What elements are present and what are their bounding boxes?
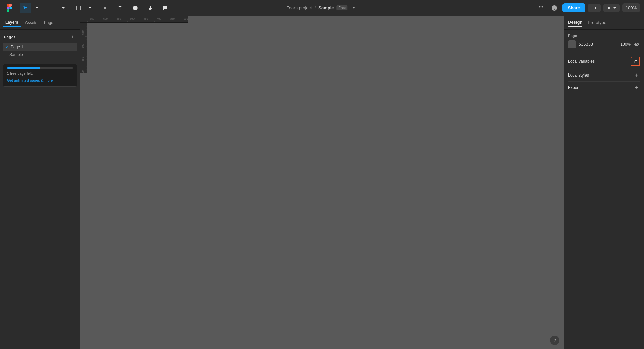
page-check-icon: ✓ xyxy=(5,45,9,49)
toolbar: T Team proje xyxy=(0,0,644,16)
page-color-value[interactable]: 535353 xyxy=(579,42,614,47)
right-panel-body: Page 535353 100% Local variables xyxy=(564,30,644,98)
export-row: Export + xyxy=(568,81,640,94)
local-styles-row: Local styles + xyxy=(568,69,640,81)
svg-text:-300: -300 xyxy=(183,17,188,20)
right-panel-tabs: Design Prototype xyxy=(564,16,644,30)
tab-layers[interactable]: Layers xyxy=(3,19,21,27)
svg-text:-550: -550 xyxy=(116,17,121,20)
file-dropdown-btn[interactable]: ▾ xyxy=(351,5,357,11)
page-color-row: 535353 100% xyxy=(568,40,640,48)
pages-header: Pages + xyxy=(3,32,77,43)
layer-item-label-sample: Sample xyxy=(9,52,23,57)
svg-text:-500: -500 xyxy=(81,70,84,73)
shape-tool-dropdown[interactable] xyxy=(85,3,95,13)
svg-text:-350: -350 xyxy=(169,17,175,20)
help-toolbar-btn[interactable] xyxy=(549,3,560,13)
add-local-style-btn[interactable]: + xyxy=(633,72,640,79)
ruler-corner xyxy=(80,16,87,23)
page-item-label-page1: Page 1 xyxy=(11,45,23,49)
component-tool-btn[interactable] xyxy=(130,3,141,13)
shape-tool-btn[interactable] xyxy=(73,3,84,13)
frame-tool-dropdown[interactable] xyxy=(58,3,69,13)
frame-tool-btn[interactable] xyxy=(47,3,57,13)
text-tool-btn[interactable]: T xyxy=(115,3,125,13)
pen-tool-group xyxy=(98,3,112,13)
visibility-toggle-btn[interactable] xyxy=(633,41,640,48)
page-section-label: Page xyxy=(568,34,640,38)
svg-text:-450: -450 xyxy=(143,17,148,20)
add-page-btn[interactable]: + xyxy=(69,34,76,40)
toolbar-left: T xyxy=(4,3,172,13)
svg-rect-4 xyxy=(50,6,50,7)
tab-assets[interactable]: Assets xyxy=(22,19,40,27)
page-opacity-value[interactable]: 100% xyxy=(617,42,631,47)
comment-tool-group xyxy=(159,3,172,13)
svg-rect-6 xyxy=(50,9,50,10)
text-tool-group: T xyxy=(113,3,127,13)
svg-text:-650: -650 xyxy=(81,30,84,36)
toolbar-right: Share 100% xyxy=(536,3,640,13)
svg-text:-550: -550 xyxy=(81,57,84,62)
hand-tool-btn[interactable] xyxy=(145,3,156,13)
project-separator: / xyxy=(315,5,316,10)
svg-rect-5 xyxy=(54,6,54,7)
canvas-content[interactable] xyxy=(87,23,564,349)
share-btn[interactable]: Share xyxy=(562,3,585,12)
pages-section: Pages + ✓ Page 1 Sample xyxy=(0,30,80,61)
canvas-area[interactable]: -650 -600 -550 -500 -450 -400 -350 -300 … xyxy=(80,16,564,349)
zoom-btn[interactable]: 100% xyxy=(622,3,640,12)
upgrade-link[interactable]: Get unlimited pages & more xyxy=(7,78,53,82)
svg-text:-400: -400 xyxy=(156,17,162,20)
upgrade-text: 1 free page left. xyxy=(7,71,73,76)
figma-logo-btn[interactable] xyxy=(4,3,15,13)
left-panel: Layers Assets Page Pages + ✓ Page 1 Samp… xyxy=(0,16,80,349)
svg-text:-500: -500 xyxy=(129,17,135,20)
frame-tool-group xyxy=(45,3,70,13)
move-tool-group xyxy=(19,3,44,13)
layer-item-sample[interactable]: Sample xyxy=(3,51,77,58)
project-name: Team project xyxy=(287,5,312,10)
local-variables-row: Local variables xyxy=(568,54,640,69)
comment-tool-btn[interactable] xyxy=(160,3,171,13)
component-tool-group xyxy=(128,3,142,13)
page-item-page1[interactable]: ✓ Page 1 xyxy=(3,43,77,51)
right-panel: Design Prototype Page 535353 100% xyxy=(564,16,644,349)
shape-tool-group xyxy=(72,3,97,13)
tab-prototype[interactable]: Prototype xyxy=(588,19,606,27)
code-btn[interactable] xyxy=(588,4,601,12)
tab-page-left[interactable]: Page xyxy=(41,19,56,27)
page-color-swatch[interactable] xyxy=(568,40,576,48)
upgrade-progress xyxy=(7,67,73,69)
ruler-top: -650 -600 -550 -500 -450 -400 -350 -300 … xyxy=(87,16,188,23)
pages-title: Pages xyxy=(4,35,16,39)
svg-text:-600: -600 xyxy=(102,17,108,20)
move-tool-dropdown[interactable] xyxy=(32,3,42,13)
local-styles-label: Local styles xyxy=(568,73,589,78)
free-badge: Free xyxy=(337,5,348,10)
upgrade-progress-fill xyxy=(7,67,40,69)
svg-rect-8 xyxy=(76,6,80,10)
upgrade-banner: 1 free page left. Get unlimited pages & … xyxy=(3,64,77,87)
pen-tool-btn[interactable] xyxy=(100,3,110,13)
svg-text:-600: -600 xyxy=(81,43,84,49)
svg-rect-7 xyxy=(54,9,54,10)
add-export-btn[interactable]: + xyxy=(633,84,640,91)
headphones-btn[interactable] xyxy=(536,3,546,13)
play-btn[interactable] xyxy=(603,4,620,12)
export-label: Export xyxy=(568,85,580,90)
help-canvas-btn[interactable]: ? xyxy=(550,336,559,345)
local-variables-label: Local variables xyxy=(568,59,595,64)
main-content: Layers Assets Page Pages + ✓ Page 1 Samp… xyxy=(0,16,644,349)
toolbar-center: Team project / Sample Free ▾ xyxy=(287,5,357,11)
page-properties-section: Page 535353 100% xyxy=(568,34,640,50)
tab-design[interactable]: Design xyxy=(568,18,582,27)
hand-tool-group xyxy=(144,3,157,13)
left-panel-tabs: Layers Assets Page xyxy=(0,16,80,30)
svg-text:-650: -650 xyxy=(89,17,95,20)
local-variables-btn[interactable] xyxy=(631,57,640,66)
move-tool-btn[interactable] xyxy=(20,3,31,13)
file-name[interactable]: Sample xyxy=(318,5,334,10)
ruler-left: -650 -600 -550 -500 -450 -400 -350 -300 … xyxy=(80,23,87,73)
